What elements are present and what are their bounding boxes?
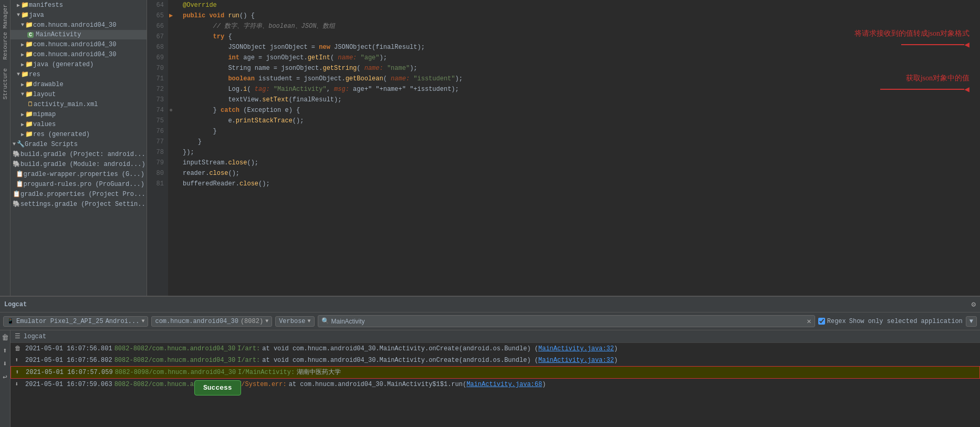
marker-75 [169,116,178,126]
package-dropdown[interactable]: com.hnucm.android04_30 (8082) ▼ [151,316,272,327]
code-brace-67: { [224,32,232,42]
search-input[interactable] [331,318,807,325]
code-text-75a: e. [228,116,235,126]
code-text-72c [270,84,274,95]
sidebar-item-package2[interactable]: ▶ 📁 com.hnucm.android04_30 [11,39,147,49]
code-indent-72 [183,84,228,95]
regex-checkbox[interactable] [818,318,825,325]
verbose-dropdown[interactable]: Verbose ▼ [275,316,314,327]
folder-icon: 📁 [25,130,33,138]
emulator-dropdown[interactable]: 📱 Emulator Pixel_2_API_25 Androi... ▼ [3,316,148,327]
log-link-4[interactable]: MainActivity.java:68 [466,381,542,388]
sidebar-item-label: build.gradle (Project: android...) [20,151,147,158]
str-name: "name" [387,63,410,74]
sidebar-item-settings-gradle[interactable]: 🐘 settings.gradle (Project Settin... [11,199,147,209]
gradle-icon: 🐘 [13,150,20,158]
gear-icon[interactable]: ⚙ [972,300,976,309]
up-icon-3[interactable]: ⬆ [15,367,23,378]
search-box[interactable]: 🔍 ✕ [318,315,815,327]
logcat-side-icons: 🗑 ⬆ ⬇ ↩ [0,330,11,427]
annotation-2-text: 获取json对象中的值 [906,74,969,83]
sidebar-item-java[interactable]: ▼ 📁 java [11,10,147,20]
marker-76 [169,126,178,137]
structure-tab[interactable]: Structure [1,64,9,103]
log-timestamp-4: 2021-05-01 16:07:59.063 [25,379,112,390]
annotation-2-line [880,89,964,90]
sidebar-item-mainactivity[interactable]: C MainActivity [11,30,147,39]
log-link-1[interactable]: MainActivity.java:32 [538,345,614,352]
sidebar-item-layout[interactable]: ▼ 📁 layout [11,89,147,99]
sidebar-item-res-generated[interactable]: ▶ 📁 res (generated) [11,129,147,139]
code-lines: @Override public void run () { // 数字、字符串… [179,0,780,296]
marker-79 [169,158,178,168]
scroll-down-icon[interactable]: ⬇ [2,358,8,369]
code-line-69: int age = jsonObject. getInt ( name: "ag… [183,53,776,63]
str-isstudent: "isstudent" [413,74,455,84]
sidebar-item-build-gradle-module[interactable]: 🐘 build.gradle (Module: android...) [11,159,147,169]
logcat-title: Logcat [4,301,27,308]
delete-icon-1[interactable]: 🗑 [15,343,22,355]
marker-65: ▶ [169,11,178,21]
props-icon: 📋 [16,170,24,178]
code-text-74b: ( [243,105,247,116]
sidebar-item-label: settings.gradle (Project Settin... [20,201,147,208]
folder-icon: 📁 [25,110,33,118]
code-editor-inner: 64 65 66 67 68 69 70 71 72 73 74 75 76 7… [147,0,980,296]
fn-close-79: close [228,158,247,168]
sidebar-item-gradle-scripts[interactable]: ▼ 🔧 Gradle Scripts [11,139,147,149]
arrow-icon: ▶ [21,51,24,58]
comment-66: // 数字、字符串、boolean、JSON、数组 [183,21,335,32]
logcat-toolbar: 📱 Emulator Pixel_2_API_25 Androi... ▼ co… [0,313,980,330]
folder-icon: 📁 [25,21,33,29]
kw-public: public [183,11,209,21]
sidebar-item-label: proguard-rules.pro (ProGuard...) [24,181,144,188]
sidebar-item-gradle-wrapper[interactable]: 📋 gradle-wrapper.properties (G...) [11,169,147,179]
wrap-icon[interactable]: ↩ [2,371,8,382]
code-text-71b: ( [383,74,391,84]
regex-text: Regex [827,318,846,325]
sidebar-item-gradle-properties[interactable]: 📋 gradle.properties (Project Pro...) [11,189,147,199]
sidebar-item-label: mipmap [33,111,56,118]
code-line-79: inputStream. close (); [183,158,776,168]
sidebar-item-build-gradle-project[interactable]: 🐘 build.gradle (Project: android...) [11,149,147,159]
arrow-icon: ▶ [21,61,24,68]
log-line-2: ⬆ 2021-05-01 16:07:56.802 8082-8082/com.… [11,355,980,366]
code-line-68: JSONObject jsonObject = new JSONObject (… [183,42,776,53]
param-name-71: name: [391,74,410,84]
code-indent-73 [183,95,228,105]
sidebar-item-java-generated[interactable]: ▶ 📁 java (generated) [11,59,147,69]
show-only-dropdown[interactable]: ▼ [966,316,977,327]
down-icon-4[interactable]: ⬇ [15,379,22,390]
clear-logcat-icon[interactable]: 🗑 [1,332,10,343]
sidebar-item-mipmap[interactable]: ▶ 📁 mipmap [11,109,147,119]
sidebar-item-res[interactable]: ▼ 📁 res [11,69,147,79]
cls-jsonobject2: JSONObject [334,42,372,53]
sidebar-item-values[interactable]: ▶ 📁 values [11,119,147,129]
log-level-4: W/System.err: [237,379,287,390]
sidebar-item-package1[interactable]: ▼ 📁 com.hnucm.android04_30 [11,20,147,30]
gradle-icon: 🐘 [13,160,20,168]
sidebar-item-package3[interactable]: ▶ 📁 com.hnucm.android04_30 [11,49,147,59]
sidebar-item-activity-main-xml[interactable]: 🗒 activity_main.xml [11,99,147,109]
code-text-71d: ); [455,74,463,84]
resource-manager-tab[interactable]: Resource Manager [1,0,9,64]
sidebar-item-manifests[interactable]: ▶ 📁 manifests [11,0,147,10]
up-icon-2[interactable]: ⬆ [15,355,22,366]
line-num-68: 68 [151,42,164,53]
folder-icon: 📁 [21,11,29,19]
cls-exception: Exception [247,105,281,116]
regex-label[interactable]: Regex [818,318,846,325]
marker-69 [169,53,178,63]
fn-settext: setText [262,95,288,105]
scroll-up-icon[interactable]: ⬆ [2,345,8,356]
folder-icon: 📁 [25,80,33,88]
sidebar-item-proguard[interactable]: 📋 proguard-rules.pro (ProGuard...) [11,179,147,189]
logcat-sub-label: logcat [24,333,46,340]
log-link-2[interactable]: MainActivity.java:32 [538,357,614,364]
code-text-73: textView. [228,95,262,105]
sidebar-item-drawable[interactable]: ▶ 📁 drawable [11,79,147,89]
log-line-4: ⬇ 2021-05-01 16:07:59.063 8082-8082/com.… [11,379,980,390]
code-indent-75 [183,116,228,126]
code-text-79b: (); [247,158,258,168]
clear-icon[interactable]: ✕ [807,317,811,326]
